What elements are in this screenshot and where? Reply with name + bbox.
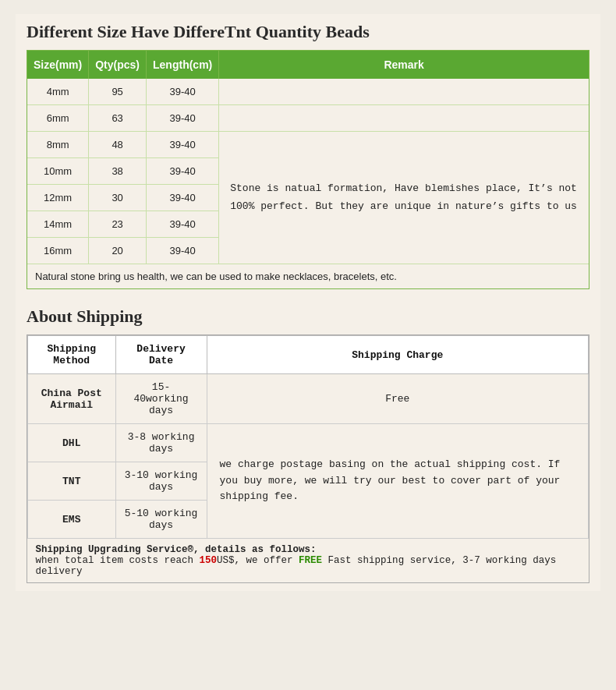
- beads-length-cell: 39-40: [147, 132, 219, 158]
- footer-text2: US$, we offer: [217, 555, 299, 566]
- shipping-method-cell: EMS: [28, 501, 116, 539]
- beads-length-cell: 39-40: [147, 105, 219, 132]
- beads-size-cell: 10mm: [27, 158, 89, 185]
- footer-red-text: 150: [200, 555, 218, 566]
- page-wrapper: Different Size Have DiffereTnt Quantity …: [16, 14, 600, 591]
- shipping-method-cell: DHL: [28, 424, 116, 462]
- beads-qty-cell: 23: [89, 211, 147, 238]
- beads-qty-cell: 38: [89, 158, 147, 185]
- col-size: Size(mm): [27, 51, 89, 79]
- beads-section: Different Size Have DiffereTnt Quantity …: [27, 22, 589, 289]
- upgrade-bold-text: Shipping Upgrading Service®, details as …: [36, 544, 317, 555]
- beads-data-row: 8mm4839-40Stone is natual formation, Hav…: [27, 132, 589, 158]
- shipping-footer-cell: Shipping Upgrading Service®, details as …: [28, 539, 589, 583]
- beads-title: Different Size Have DiffereTnt Quantity …: [27, 22, 589, 42]
- beads-size-cell: 12mm: [27, 185, 89, 211]
- beads-table-wrapper: Size(mm) Qty(pcs) Length(cm) Remark 4mm9…: [27, 50, 589, 289]
- col-remark: Remark: [219, 51, 589, 79]
- shipping-title: About Shipping: [27, 306, 589, 327]
- shipping-data-row: DHL3-8 working dayswe charge postage bas…: [28, 424, 589, 462]
- footer-green-text: FREE: [299, 555, 322, 566]
- beads-size-cell: 16mm: [27, 238, 89, 264]
- shipping-method-cell: TNT: [28, 462, 116, 501]
- beads-qty-cell: 30: [89, 185, 147, 211]
- beads-footer-row: Natural stone bring us health, we can be…: [27, 264, 589, 289]
- shipping-table: Shipping Method Delivery Date Shipping C…: [27, 335, 589, 582]
- shipping-col-charge: Shipping Charge: [207, 336, 588, 374]
- shipping-charge-multi: we charge postage basing on the actual s…: [207, 424, 588, 539]
- shipping-footer-row: Shipping Upgrading Service®, details as …: [28, 539, 589, 583]
- beads-data-row: 4mm9539-40: [27, 79, 589, 105]
- beads-qty-cell: 95: [89, 79, 147, 105]
- footer-text1: when total item costs reach: [36, 555, 200, 566]
- col-qty: Qty(pcs): [89, 51, 147, 79]
- shipping-delivery-cell: 5-10 working days: [115, 501, 207, 539]
- beads-length-cell: 39-40: [147, 211, 219, 238]
- beads-qty-cell: 20: [89, 238, 147, 264]
- shipping-data-row: China Post Airmail15- 40working daysFree: [28, 374, 589, 424]
- shipping-delivery-cell: 3-10 working days: [115, 462, 207, 501]
- beads-size-cell: 8mm: [27, 132, 89, 158]
- shipping-section: About Shipping Shipping Method Delivery …: [27, 306, 589, 583]
- beads-qty-cell: 48: [89, 132, 147, 158]
- beads-length-cell: 39-40: [147, 185, 219, 211]
- beads-footer-text: Natural stone bring us health, we can be…: [27, 264, 589, 289]
- beads-remark-empty: [219, 105, 589, 132]
- shipping-delivery-cell: 15- 40working days: [115, 374, 207, 424]
- beads-remark-empty: [219, 79, 589, 105]
- shipping-col-delivery: Delivery Date: [115, 336, 207, 374]
- beads-length-cell: 39-40: [147, 158, 219, 185]
- col-length: Length(cm): [147, 51, 219, 79]
- beads-qty-cell: 63: [89, 105, 147, 132]
- shipping-delivery-cell: 3-8 working days: [115, 424, 207, 462]
- shipping-col-method: Shipping Method: [28, 336, 116, 374]
- beads-header-row: Size(mm) Qty(pcs) Length(cm) Remark: [27, 51, 589, 79]
- shipping-header-row: Shipping Method Delivery Date Shipping C…: [28, 336, 589, 374]
- beads-data-row: 6mm6339-40: [27, 105, 589, 132]
- beads-remark-cell: Stone is natual formation, Have blemishe…: [219, 132, 589, 264]
- beads-length-cell: 39-40: [147, 79, 219, 105]
- beads-size-cell: 14mm: [27, 211, 89, 238]
- shipping-charge-free: Free: [207, 374, 588, 424]
- beads-size-cell: 6mm: [27, 105, 89, 132]
- beads-length-cell: 39-40: [147, 238, 219, 264]
- shipping-table-wrapper: Shipping Method Delivery Date Shipping C…: [27, 334, 589, 583]
- shipping-method-cell: China Post Airmail: [28, 374, 116, 424]
- beads-table: Size(mm) Qty(pcs) Length(cm) Remark 4mm9…: [27, 51, 589, 288]
- beads-size-cell: 4mm: [27, 79, 89, 105]
